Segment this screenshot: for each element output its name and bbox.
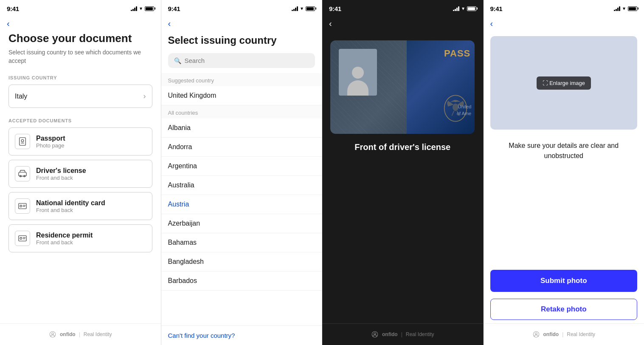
- time-4: 9:41: [490, 5, 503, 12]
- screen1-content: Choose your document Select issuing coun…: [0, 32, 161, 323]
- screen-choose-document: 9:41 ▾ ‹ Choose your document Select iss…: [0, 0, 161, 345]
- time-2: 9:41: [168, 5, 180, 12]
- wifi-icon-4: ▾: [623, 6, 625, 11]
- country-bangladesh[interactable]: Bangladesh: [161, 252, 322, 271]
- signal-icon-4: [614, 6, 620, 11]
- onfido-footer-3: onfido | Real Identity: [322, 323, 483, 345]
- onfido-tagline-3: Real Identity: [406, 331, 434, 337]
- wifi-icon-2: ▾: [301, 6, 303, 11]
- dl-person-icon: [345, 62, 371, 96]
- search-icon: 🔍: [174, 57, 181, 64]
- doc-detail-passport: Photo page: [36, 142, 65, 149]
- country-selector[interactable]: Italy ›: [8, 85, 152, 108]
- country-barbados[interactable]: Barbados: [161, 271, 322, 291]
- enlarge-button[interactable]: ⛶ Enlarge image: [537, 76, 591, 90]
- screen2-title: Select issuing country: [161, 32, 322, 51]
- doc-name-residence-permit: Residence permit: [36, 232, 93, 239]
- page-subtitle-1: Select issuing country to see which docu…: [8, 48, 152, 65]
- country-bahamas[interactable]: Bahamas: [161, 233, 322, 252]
- doc-item-passport[interactable]: Passport Photo page: [8, 127, 152, 156]
- status-icons-3: ▾: [453, 6, 476, 11]
- chevron-icon: ›: [143, 92, 146, 101]
- doc-detail-national-id: Front and back: [36, 207, 105, 213]
- onfido-sep-4: |: [562, 331, 563, 337]
- photo-preview: ⛶ Enlarge image: [490, 36, 638, 130]
- screen-review-photo: 9:41 ▾ ‹ ⛶ Enlarge image Make sure your …: [484, 0, 644, 345]
- doc-name-drivers-license: Driver's license: [36, 167, 86, 175]
- id-card-icon: [15, 198, 30, 214]
- passport-icon: [15, 134, 30, 149]
- search-input[interactable]: [185, 57, 309, 64]
- search-box[interactable]: 🔍: [168, 53, 315, 68]
- country-andorra[interactable]: Andorra: [161, 138, 322, 157]
- all-countries-header: All countries: [161, 105, 322, 119]
- watermark-text: Unitedof Ame: [457, 104, 475, 117]
- time-3: 9:41: [329, 5, 341, 12]
- passport-overlay: PASS: [407, 40, 475, 134]
- doc-item-residence-permit[interactable]: Residence permit Front and back: [8, 224, 152, 252]
- wifi-icon-1: ▾: [140, 6, 142, 11]
- doc-name-passport: Passport: [36, 135, 65, 142]
- signal-icon-3: [453, 6, 459, 11]
- battery-icon-3: [467, 6, 476, 11]
- back-button-2[interactable]: ‹: [161, 15, 322, 32]
- svg-rect-0: [20, 138, 26, 145]
- doc-detail-drivers-license: Front and back: [36, 175, 86, 181]
- retake-photo-button[interactable]: Retake photo: [490, 299, 638, 320]
- passport-title-text: PASS: [444, 48, 470, 59]
- country-australia[interactable]: Australia: [161, 176, 322, 195]
- country-austria[interactable]: Austria: [161, 195, 322, 214]
- back-button-3[interactable]: ‹: [322, 15, 483, 32]
- doc-info-passport: Passport Photo page: [36, 135, 65, 149]
- svg-point-15: [52, 333, 54, 335]
- onfido-brand-3: onfido: [382, 331, 398, 337]
- status-bar-3: 9:41 ▾: [322, 0, 483, 15]
- screen-select-country: 9:41 ▾ ‹ Select issuing country 🔍 Su: [161, 0, 323, 345]
- battery-icon-2: [306, 6, 315, 11]
- capture-instruction-label: Front of driver's license: [354, 142, 450, 152]
- status-icons-2: ▾: [292, 6, 315, 11]
- onfido-tagline-4: Real Identity: [567, 331, 595, 337]
- cant-find-country-link[interactable]: Can't find your country?: [161, 325, 322, 345]
- wifi-icon-3: ▾: [462, 6, 464, 11]
- country-albania[interactable]: Albania: [161, 119, 322, 138]
- car-icon: [15, 166, 30, 181]
- submit-photo-button[interactable]: Submit photo: [490, 270, 638, 292]
- doc-name-national-id: National identity card: [36, 199, 105, 207]
- country-argentina[interactable]: Argentina: [161, 157, 322, 176]
- time-1: 9:41: [7, 5, 19, 12]
- country-united-kingdom[interactable]: United Kingdom: [161, 86, 322, 105]
- doc-detail-residence-permit: Front and back: [36, 239, 93, 246]
- accepted-docs-label: ACCEPTED DOCUMENTS: [8, 118, 152, 123]
- onfido-sep-3: |: [401, 331, 402, 337]
- page-title-1: Choose your document: [8, 32, 152, 45]
- onfido-tagline-1: Real Identity: [84, 331, 112, 337]
- status-bar-2: 9:41 ▾: [161, 0, 322, 15]
- doc-info-drivers-license: Driver's license Front and back: [36, 167, 86, 181]
- doc-item-drivers-license[interactable]: Driver's license Front and back: [8, 160, 152, 188]
- issuing-country-label: ISSUING COUNTRY: [8, 75, 152, 80]
- onfido-logo-icon-1: [49, 331, 56, 338]
- status-icons-4: ▾: [614, 6, 637, 11]
- screen-drivers-license-capture: 9:41 ▾ ‹: [322, 0, 484, 345]
- screen3-main: PASS Unitedof Ame Front of driver's lice: [322, 32, 483, 323]
- svg-point-7: [20, 205, 22, 207]
- signal-icon-1: [131, 6, 137, 11]
- suggested-country-header: Suggested country: [161, 73, 322, 86]
- back-button-4[interactable]: ‹: [484, 15, 644, 32]
- country-azerbaijan[interactable]: Azerbaijan: [161, 214, 322, 233]
- back-button-1[interactable]: ‹: [0, 15, 161, 32]
- dl-photo-area: [339, 49, 377, 96]
- doc-info-residence-permit: Residence permit Front and back: [36, 232, 93, 246]
- permit-icon: [15, 231, 30, 246]
- svg-point-11: [20, 238, 22, 240]
- doc-info-national-id: National identity card Front and back: [36, 199, 105, 213]
- svg-point-1: [21, 140, 24, 142]
- onfido-separator-1: |: [79, 331, 80, 337]
- onfido-brand-4: onfido: [543, 331, 559, 337]
- svg-point-19: [374, 333, 376, 335]
- svg-point-21: [535, 333, 537, 335]
- selected-country: Italy: [15, 93, 27, 100]
- doc-item-national-id[interactable]: National identity card Front and back: [8, 192, 152, 220]
- status-bar-4: 9:41 ▾: [484, 0, 644, 15]
